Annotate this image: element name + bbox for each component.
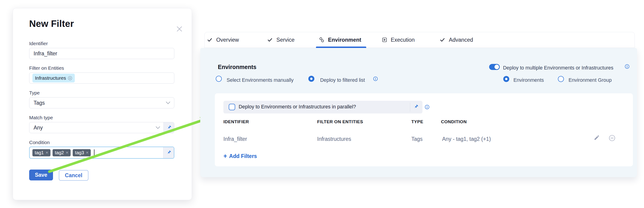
entity-chip: Infrastructures bbox=[32, 74, 75, 82]
multi-env-toggle-label: Deploy to multiple Environments or Infra… bbox=[503, 65, 614, 71]
add-filters-label: Add Filters bbox=[229, 153, 257, 159]
tag-remove-icon[interactable]: × bbox=[66, 150, 68, 155]
check-icon bbox=[207, 37, 213, 42]
tab-label: Overview bbox=[216, 37, 239, 43]
radio-deploy-filtered[interactable] bbox=[308, 76, 314, 82]
match-type-value: Any bbox=[30, 124, 43, 131]
tab-label: Execution bbox=[391, 37, 414, 43]
condition-input[interactable]: tag1 × tag2 × tag3 × bbox=[29, 146, 174, 159]
radio-select-manually[interactable] bbox=[216, 76, 222, 82]
tag-remove-icon[interactable]: × bbox=[46, 150, 48, 155]
condition-label: Condition bbox=[29, 140, 50, 145]
parallel-checkbox[interactable] bbox=[229, 104, 235, 110]
parallel-option-bar: Deploy to Environments or Infrastructure… bbox=[224, 101, 422, 114]
filter-on-entities-input[interactable]: Infrastructures bbox=[29, 72, 174, 84]
info-icon[interactable] bbox=[624, 64, 630, 69]
type-label: Type bbox=[29, 90, 40, 96]
tab-overview[interactable]: Overview bbox=[207, 32, 239, 48]
save-button[interactable]: Save bbox=[29, 170, 53, 180]
entity-chip-label: Infrastructures bbox=[35, 75, 66, 81]
add-filters-button[interactable]: + Add Filters bbox=[224, 153, 257, 159]
col-header-identifier: IDENTIFIER bbox=[224, 119, 249, 124]
new-filter-modal: New Filter Identifier Infra_filter Filte… bbox=[13, 8, 192, 200]
pin-button[interactable] bbox=[164, 122, 174, 133]
pin-button[interactable] bbox=[163, 147, 174, 158]
cancel-button[interactable]: Cancel bbox=[59, 170, 88, 181]
close-icon[interactable] bbox=[176, 26, 183, 32]
edit-icon[interactable] bbox=[594, 134, 600, 140]
modal-title: New Filter bbox=[29, 18, 74, 29]
tab-label: Environment bbox=[328, 37, 361, 43]
type-select[interactable]: Tags bbox=[29, 97, 174, 108]
plus-icon: + bbox=[224, 153, 227, 159]
remove-row-icon[interactable] bbox=[609, 135, 615, 141]
condition-tag: tag3 × bbox=[73, 149, 91, 156]
identifier-label: Identifier bbox=[29, 41, 48, 46]
pin-icon bbox=[166, 150, 172, 156]
identifier-input[interactable]: Infra_filter bbox=[29, 48, 174, 59]
cell-type: Tags bbox=[411, 136, 423, 142]
match-type-label: Match type bbox=[29, 115, 53, 120]
identifier-value: Infra_filter bbox=[30, 50, 57, 57]
page: New Filter Identifier Infra_filter Filte… bbox=[0, 0, 644, 208]
execution-icon bbox=[382, 37, 387, 42]
filters-card: Deploy to Environments or Infrastructure… bbox=[215, 93, 633, 166]
check-icon bbox=[267, 37, 273, 42]
tab-environment[interactable]: Environment bbox=[319, 32, 361, 48]
tag-label: tag1 bbox=[35, 150, 44, 156]
match-type-select[interactable]: Any bbox=[29, 122, 174, 133]
info-icon[interactable] bbox=[424, 104, 430, 110]
col-header-type: TYPE bbox=[411, 119, 424, 124]
tab-bar: Overview Service Environment Execution bbox=[204, 32, 635, 48]
radio-environments-label: Environments bbox=[514, 77, 544, 83]
cell-condition: Any - tag1, tag2 (+1) bbox=[442, 136, 491, 142]
col-header-entities: FILTER ON ENTITIES bbox=[317, 119, 363, 124]
tag-label: tag2 bbox=[55, 150, 64, 156]
pin-button[interactable] bbox=[413, 104, 419, 111]
radio-environment-group[interactable] bbox=[558, 76, 564, 82]
check-icon bbox=[439, 37, 446, 42]
filter-on-entities-label: Filter on Entities bbox=[29, 65, 64, 71]
radio-environments[interactable] bbox=[503, 76, 509, 82]
radio-environment-group-label: Environment Group bbox=[568, 77, 612, 83]
tag-remove-icon[interactable]: × bbox=[86, 150, 88, 155]
divider bbox=[410, 102, 410, 112]
cell-identifier: Infra_filter bbox=[224, 136, 247, 142]
cell-entities: Infrastructures bbox=[317, 136, 351, 142]
tab-service[interactable]: Service bbox=[267, 32, 294, 48]
tab-label: Advanced bbox=[449, 37, 473, 43]
tag-label: tag3 bbox=[75, 150, 84, 156]
radio-deploy-filtered-label: Deploy to filtered list bbox=[320, 77, 365, 83]
tab-label: Service bbox=[276, 37, 294, 43]
col-header-condition: CONDITION bbox=[441, 119, 467, 124]
condition-tag: tag2 × bbox=[52, 149, 70, 156]
tab-execution[interactable]: Execution bbox=[382, 32, 414, 48]
chevron-down-icon bbox=[166, 102, 170, 104]
toggle-knob bbox=[494, 64, 499, 69]
environment-panel: Environments Select Environments manuall… bbox=[200, 48, 637, 177]
pin-icon bbox=[413, 104, 419, 110]
environment-icon bbox=[319, 37, 324, 42]
radio-select-manually-label: Select Environments manually bbox=[227, 77, 294, 83]
chip-remove-icon[interactable] bbox=[68, 76, 72, 80]
parallel-checkbox-label: Deploy to Environments or Infrastructure… bbox=[239, 104, 356, 110]
condition-tag: tag1 × bbox=[32, 149, 50, 156]
environments-heading: Environments bbox=[218, 64, 256, 70]
multi-env-toggle[interactable] bbox=[489, 64, 500, 70]
text-cursor bbox=[94, 150, 94, 156]
info-icon[interactable] bbox=[373, 76, 378, 81]
tab-advanced[interactable]: Advanced bbox=[439, 32, 473, 48]
pin-icon bbox=[166, 125, 172, 130]
type-value: Tags bbox=[30, 100, 45, 106]
chevron-down-icon bbox=[156, 126, 160, 129]
